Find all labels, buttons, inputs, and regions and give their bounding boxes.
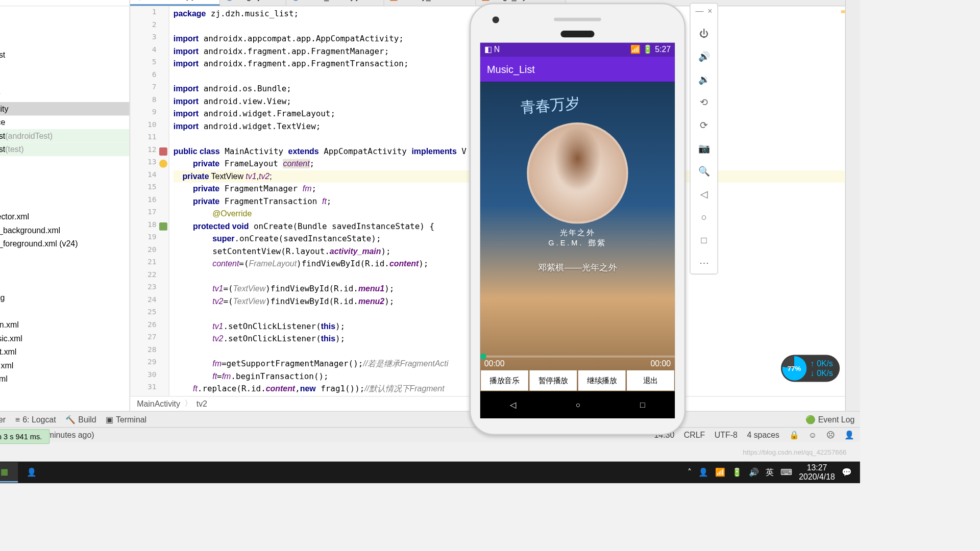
hide-icon[interactable]: — xyxy=(113,0,124,2)
nav-back-icon[interactable]: ◁ xyxy=(510,400,516,410)
artist-sub: 光年之外 xyxy=(560,228,595,238)
app2-icon[interactable]: ▦ xyxy=(0,462,18,483)
play-button[interactable]: 播放音乐 xyxy=(481,370,528,391)
tray-ime2-icon[interactable]: ⌨ xyxy=(780,468,792,478)
tab-mainactivity[interactable]: MainActivity.java× xyxy=(130,0,220,6)
speaker xyxy=(554,18,601,21)
face1-icon[interactable]: ☺ xyxy=(808,430,817,440)
profiler-tool[interactable]: ◐ Profiler xyxy=(0,415,6,424)
logcat-tool[interactable]: ≡ 6: Logcat xyxy=(15,415,56,424)
tray-volume-icon[interactable]: 🔊 xyxy=(749,468,759,478)
status-charset[interactable]: UTF-8 xyxy=(715,430,738,440)
nav-recent-icon[interactable]: □ xyxy=(640,400,645,410)
rotate-left-icon[interactable]: ⟲ xyxy=(696,94,712,110)
more-icon[interactable]: ⋯ xyxy=(696,255,712,271)
exit-button[interactable]: 退出 xyxy=(627,370,674,391)
status-indent[interactable]: 4 spaces xyxy=(747,430,779,440)
line-gutter[interactable]: 1234567891011121314151617181920212223242… xyxy=(130,6,169,396)
app-toolbar: Music_List xyxy=(480,56,675,82)
status-encoding[interactable]: CRLF xyxy=(684,430,705,440)
artist-name: G.E.M. 鄧紫 xyxy=(548,238,606,248)
marker-error xyxy=(841,10,845,13)
emu-close[interactable]: × xyxy=(707,6,712,16)
back-icon[interactable]: ◁ xyxy=(696,186,712,202)
tab-activitymain[interactable]: activity_main.xml× xyxy=(384,0,476,6)
avatar-icon[interactable]: 👤 xyxy=(18,462,45,483)
tray-wifi-icon[interactable]: 📶 xyxy=(715,468,725,478)
project-tree[interactable]: ▾app ▸manifests ▾java ▾zj.dzh.music_list… xyxy=(0,6,130,411)
tree-selected: Music_Activity xyxy=(0,102,130,115)
emulator-controls: —× ⏻ 🔊 🔉 ⟲ ⟳ 📷 🔍 ◁ ○ □ ⋯ xyxy=(690,3,718,274)
nav-home-icon[interactable]: ○ xyxy=(576,400,581,410)
zoom-icon[interactable]: 🔍 xyxy=(696,163,712,179)
volume-up-icon[interactable]: 🔊 xyxy=(696,48,712,64)
tray-people-icon[interactable]: 👤 xyxy=(698,468,708,478)
lock-icon[interactable]: 🔒 xyxy=(789,430,799,440)
emulator-screen[interactable]: ◧ N📶 🔋 5:27 Music_List 青春万岁 光年之外 G.E.M. … xyxy=(480,43,675,418)
tray-battery-icon[interactable]: 🔋 xyxy=(732,468,742,478)
album-art xyxy=(527,122,628,224)
pause-button[interactable]: 暂停播放 xyxy=(529,370,577,391)
project-sidebar: Android ▾ ⊕ ⇵ ⚙ — ▾app ▸manifests ▾java … xyxy=(0,0,130,411)
eventlog-tool[interactable]: 🟢 Event Log xyxy=(805,415,855,424)
locate-icon[interactable]: ⊕ xyxy=(68,0,79,2)
bottom-toolbar: ▶ 4: Run ☑ TODO ◐ Profiler ≡ 6: Logcat 🔨… xyxy=(0,411,860,427)
terminal-tool[interactable]: ▣ Terminal xyxy=(106,415,146,424)
install-toast: Install successfully finished in 3 s 941… xyxy=(0,429,50,444)
rotate-right-icon[interactable]: ⟳ xyxy=(696,117,712,133)
volume-down-icon[interactable]: 🔉 xyxy=(696,71,712,87)
collapse-icon[interactable]: ⇵ xyxy=(84,0,94,2)
home-icon[interactable]: ○ xyxy=(696,209,712,225)
watermark: https://blog.csdn.net/qq_42257666 xyxy=(743,449,846,457)
sensor-pill xyxy=(560,31,594,37)
song-title: 邓紫棋——光年之外 xyxy=(538,262,617,274)
settings-icon[interactable]: ⚙ xyxy=(99,0,109,2)
status-icons: ◧ N xyxy=(484,45,500,55)
signal-icon: 📶 🔋 xyxy=(630,45,653,55)
windows-taskbar: ⊞ ◉ 📁 ◆ ▦ 👤 ˄ 👤 📶 🔋 🔊 英 ⌨ 13:272020/4/18… xyxy=(0,462,860,483)
progress-bar[interactable] xyxy=(480,356,675,358)
emu-minimize[interactable]: — xyxy=(695,6,703,16)
emulator-device: ◧ N📶 🔋 5:27 Music_List 青春万岁 光年之外 G.E.M. … xyxy=(470,3,686,435)
tray-ime-icon[interactable]: 英 xyxy=(766,467,774,479)
tab-frag1[interactable]: frag1.java× xyxy=(220,0,286,6)
face2-icon[interactable]: ☹ xyxy=(826,430,835,440)
tray-clock[interactable]: 13:272020/4/18 xyxy=(799,463,835,482)
tab-musicactivity[interactable]: Music_Activity.java× xyxy=(286,0,384,6)
overview-icon[interactable]: □ xyxy=(696,232,712,248)
camera-icon[interactable]: 📷 xyxy=(696,140,712,156)
man-icon[interactable]: 👤 xyxy=(844,430,854,440)
network-badge: 77% ↑ 0K/s↓ 0K/s xyxy=(781,355,840,382)
tray-up-icon[interactable]: ˄ xyxy=(688,468,692,478)
power-icon[interactable]: ⏻ xyxy=(696,25,712,41)
right-tool-rail xyxy=(845,0,860,411)
camera-dot xyxy=(493,16,499,23)
resume-button[interactable]: 继续播放 xyxy=(578,370,626,391)
status-bar: Install successfully finished in 3 s 941… xyxy=(0,427,860,442)
build-tool[interactable]: 🔨 Build xyxy=(65,415,96,424)
tray-notifications-icon[interactable]: 💬 xyxy=(842,468,852,478)
bg-text: 青春万岁 xyxy=(520,93,581,118)
